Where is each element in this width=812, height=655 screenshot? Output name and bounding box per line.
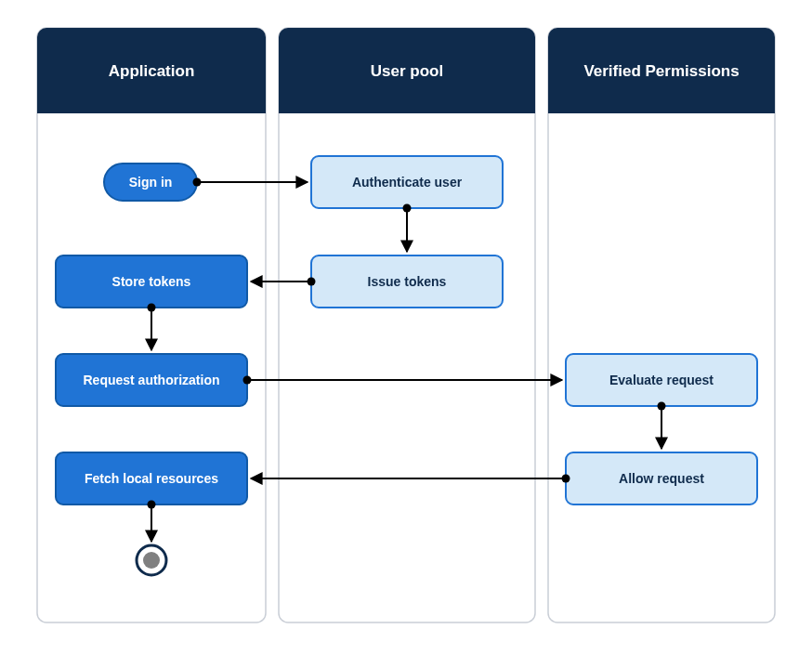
node-allow-request: Allow request	[566, 452, 757, 504]
node-fetch-local-resources-label: Fetch local resources	[85, 471, 218, 486]
node-sign-in-label: Sign in	[129, 175, 173, 190]
node-authenticate-user: Authenticate user	[311, 156, 503, 208]
svg-rect-2	[548, 28, 775, 622]
swimlane-diagram: Application User pool Verified Permissio…	[0, 0, 812, 655]
node-authenticate-user-label: Authenticate user	[352, 175, 463, 190]
node-store-tokens-label: Store tokens	[112, 274, 191, 289]
node-evaluate-request: Evaluate request	[566, 354, 757, 406]
lane-verified-permissions: Verified Permissions	[548, 28, 775, 622]
node-allow-request-label: Allow request	[619, 471, 704, 486]
svg-rect-1	[279, 28, 535, 622]
lane-user-pool: User pool	[279, 28, 535, 622]
lane-title-verified-permissions: Verified Permissions	[583, 62, 739, 80]
node-sign-in: Sign in	[104, 164, 197, 201]
node-request-authorization-label: Request authorization	[83, 373, 219, 387]
lane-title-application: Application	[109, 62, 195, 80]
node-issue-tokens-label: Issue tokens	[368, 274, 447, 289]
node-store-tokens: Store tokens	[56, 255, 247, 308]
node-fetch-local-resources: Fetch local resources	[56, 452, 247, 504]
end-node-icon	[137, 545, 166, 575]
node-request-authorization: Request authorization	[56, 354, 247, 406]
node-evaluate-request-label: Evaluate request	[609, 373, 714, 387]
node-issue-tokens: Issue tokens	[311, 255, 503, 308]
svg-point-12	[143, 552, 160, 569]
lane-title-user-pool: User pool	[371, 62, 443, 80]
